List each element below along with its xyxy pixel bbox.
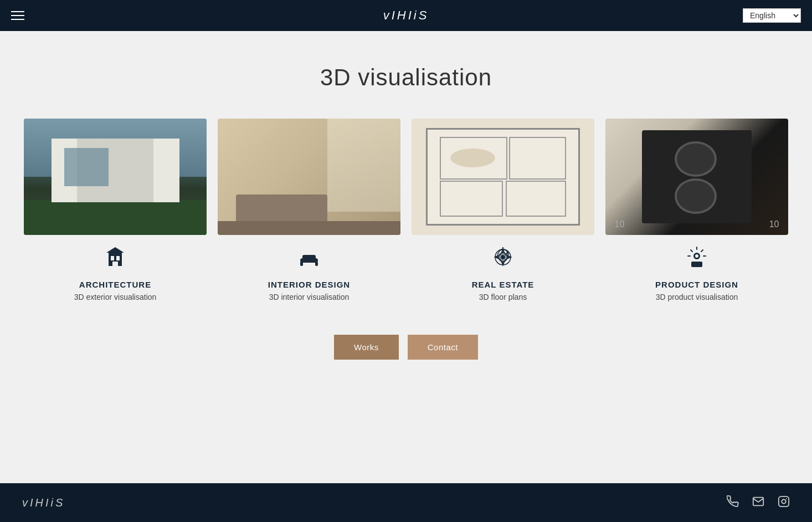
interior-icon bbox=[298, 246, 320, 273]
card-image-interior bbox=[218, 119, 400, 235]
hamburger-menu-button[interactable] bbox=[11, 11, 24, 20]
card-image-architecture bbox=[24, 119, 207, 235]
header: vIHIiS EnglishFrenchGermanSpanish bbox=[0, 0, 812, 31]
card-interior-desc: 3D interior visualisation bbox=[269, 293, 350, 301]
svg-rect-25 bbox=[779, 496, 789, 506]
card-product-design[interactable]: 10 10 PRODUCT DESIGN 3D product visualis… bbox=[605, 119, 788, 301]
svg-marker-4 bbox=[106, 247, 124, 253]
svg-rect-3 bbox=[112, 262, 118, 266]
card-interior-title: INTERIOR DESIGN bbox=[268, 280, 350, 289]
cta-buttons: Works Contact bbox=[334, 335, 478, 360]
realestate-icon bbox=[492, 246, 514, 273]
svg-rect-24 bbox=[691, 262, 702, 267]
svg-rect-1 bbox=[111, 256, 114, 260]
footer-icons bbox=[727, 495, 790, 510]
card-realestate-title: REAL ESTATE bbox=[472, 280, 535, 289]
card-image-realestate bbox=[412, 119, 594, 235]
header-logo: vIHIiS bbox=[383, 8, 429, 23]
card-interior-design[interactable]: INTERIOR DESIGN 3D interior visualisatio… bbox=[218, 119, 400, 301]
contact-button[interactable]: Contact bbox=[408, 335, 478, 360]
footer-logo: vIHIiS bbox=[22, 497, 65, 509]
svg-line-21 bbox=[691, 250, 692, 252]
language-selector[interactable]: EnglishFrenchGermanSpanish bbox=[743, 8, 801, 23]
page-title: 3D visualisation bbox=[320, 64, 492, 91]
cards-grid: ARCHITECTURE 3D exterior visualisation bbox=[24, 119, 788, 301]
card-architecture-title: ARCHITECTURE bbox=[79, 280, 151, 289]
architecture-icon bbox=[104, 246, 126, 273]
card-real-estate[interactable]: REAL ESTATE 3D floor plans bbox=[412, 119, 594, 301]
works-button[interactable]: Works bbox=[334, 335, 399, 360]
svg-rect-8 bbox=[315, 262, 318, 266]
svg-rect-7 bbox=[300, 262, 303, 266]
main-content: 3D visualisation bbox=[0, 31, 812, 483]
card-realestate-desc: 3D floor plans bbox=[479, 293, 527, 301]
header-right: EnglishFrenchGermanSpanish bbox=[743, 8, 801, 23]
svg-line-20 bbox=[701, 250, 703, 252]
svg-rect-6 bbox=[302, 255, 316, 259]
svg-rect-2 bbox=[116, 256, 120, 260]
footer: vIHIiS bbox=[0, 483, 812, 522]
phone-icon[interactable] bbox=[727, 495, 739, 510]
svg-point-18 bbox=[695, 254, 698, 258]
instagram-icon[interactable] bbox=[778, 495, 790, 510]
product-icon bbox=[686, 246, 708, 273]
email-icon[interactable] bbox=[752, 495, 764, 510]
card-product-title: PRODUCT DESIGN bbox=[655, 280, 738, 289]
card-image-product: 10 10 bbox=[605, 119, 788, 235]
card-architecture[interactable]: ARCHITECTURE 3D exterior visualisation bbox=[24, 119, 207, 301]
card-product-desc: 3D product visualisation bbox=[656, 293, 738, 301]
card-architecture-desc: 3D exterior visualisation bbox=[74, 293, 157, 301]
